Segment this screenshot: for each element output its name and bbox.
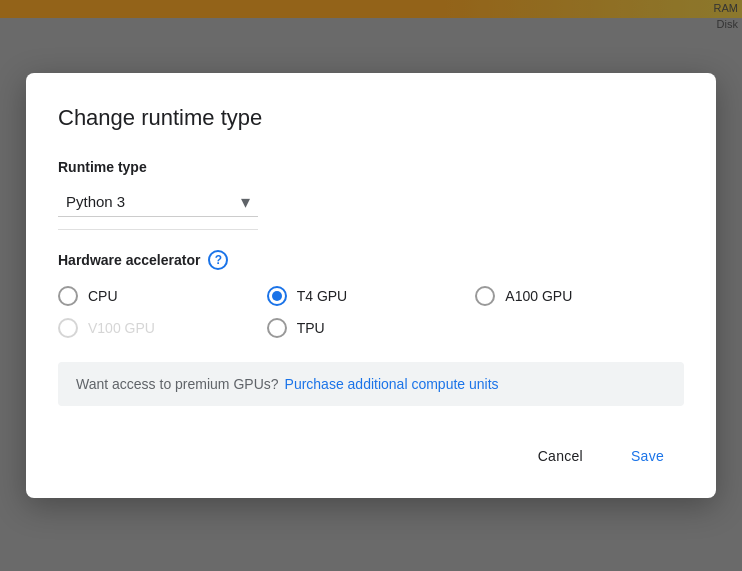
dialog: Change runtime type Runtime type Python … <box>26 73 716 498</box>
hardware-label-row: Hardware accelerator ? <box>58 250 684 270</box>
radio-label-v100gpu: V100 GPU <box>88 320 155 336</box>
radio-option-v100gpu: V100 GPU <box>58 318 267 338</box>
radio-option-t4gpu[interactable]: T4 GPU <box>267 286 476 306</box>
hardware-accelerator-options: CPU T4 GPU A100 GPU V100 GPU TPU <box>58 286 684 338</box>
radio-option-tpu[interactable]: TPU <box>267 318 476 338</box>
dialog-actions: Cancel Save <box>58 438 684 474</box>
runtime-dropdown-wrapper: Python 3 Python 2 R ▾ <box>58 187 258 217</box>
purchase-link[interactable]: Purchase additional compute units <box>285 376 499 392</box>
radio-label-t4gpu: T4 GPU <box>297 288 348 304</box>
runtime-section-label: Runtime type <box>58 159 684 175</box>
radio-option-cpu[interactable]: CPU <box>58 286 267 306</box>
save-button[interactable]: Save <box>611 438 684 474</box>
hardware-section-label: Hardware accelerator <box>58 252 200 268</box>
radio-circle-v100gpu <box>58 318 78 338</box>
radio-circle-t4gpu <box>267 286 287 306</box>
radio-label-a100gpu: A100 GPU <box>505 288 572 304</box>
help-icon[interactable]: ? <box>208 250 228 270</box>
info-text: Want access to premium GPUs? <box>76 376 279 392</box>
radio-circle-tpu <box>267 318 287 338</box>
cancel-button[interactable]: Cancel <box>518 438 603 474</box>
radio-circle-a100gpu <box>475 286 495 306</box>
radio-label-tpu: TPU <box>297 320 325 336</box>
radio-circle-cpu <box>58 286 78 306</box>
runtime-type-select[interactable]: Python 3 Python 2 R <box>58 187 258 217</box>
radio-option-a100gpu[interactable]: A100 GPU <box>475 286 684 306</box>
info-box: Want access to premium GPUs? Purchase ad… <box>58 362 684 406</box>
radio-label-cpu: CPU <box>88 288 118 304</box>
dialog-title: Change runtime type <box>58 105 684 131</box>
divider <box>58 229 258 230</box>
